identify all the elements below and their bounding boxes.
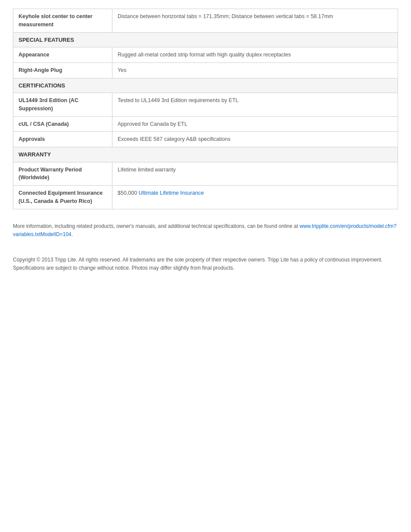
table-row: Product Warranty Period (Worldwide)Lifet… — [13, 162, 398, 186]
table-row: Keyhole slot center to center measuremen… — [13, 9, 398, 33]
section-header-row: SPECIAL FEATURES — [13, 32, 398, 47]
row-label: Connected Equipment Insurance (U.S., Can… — [13, 186, 112, 209]
section-header-row: WARRANTY — [13, 147, 398, 162]
footer-info: More information, including related prod… — [13, 222, 398, 239]
row-value: Exceeds IEEE 587 category A&B specificat… — [112, 132, 398, 147]
row-label: cUL / CSA (Canada) — [13, 116, 112, 132]
section-header: SPECIAL FEATURES — [13, 32, 398, 47]
row-value: Distance between horizontal tabs = 171.3… — [112, 9, 398, 33]
row-label: Approvals — [13, 132, 112, 147]
copyright-text: Copyright © 2013 Tripp Lite. All rights … — [13, 256, 398, 272]
row-label: Right-Angle Plug — [13, 62, 112, 78]
row-value: $50,000 Ultimate Lifetime Insurance — [112, 186, 398, 209]
footer-section: More information, including related prod… — [13, 222, 398, 273]
row-label: Product Warranty Period (Worldwide) — [13, 162, 112, 186]
row-value: Rugged all-metal corded strip format wit… — [112, 47, 398, 63]
table-row: AppearanceRugged all-metal corded strip … — [13, 47, 398, 63]
row-value: Yes — [112, 62, 398, 78]
row-label: Appearance — [13, 47, 112, 63]
product-link[interactable]: www.tripplite.com/en/products/model.cfm?… — [13, 223, 396, 237]
row-value: Approved for Canada by ETL — [112, 116, 398, 132]
table-row: Right-Angle PlugYes — [13, 62, 398, 78]
row-label: UL1449 3rd Edition (AC Suppression) — [13, 93, 112, 117]
table-row: ApprovalsExceeds IEEE 587 category A&B s… — [13, 132, 398, 147]
table-row: UL1449 3rd Edition (AC Suppression)Teste… — [13, 93, 398, 117]
insurance-link[interactable]: Ultimate Lifetime Insurance — [139, 190, 204, 196]
spec-table: Keyhole slot center to center measuremen… — [13, 9, 398, 209]
row-label: Keyhole slot center to center measuremen… — [13, 9, 112, 33]
table-row: cUL / CSA (Canada)Approved for Canada by… — [13, 116, 398, 132]
section-header: CERTIFICATIONS — [13, 78, 398, 93]
table-row: Connected Equipment Insurance (U.S., Can… — [13, 186, 398, 209]
row-value: Lifetime limited warranty — [112, 162, 398, 186]
section-header: WARRANTY — [13, 147, 398, 162]
row-value: Tested to UL1449 3rd Edition requirement… — [112, 93, 398, 117]
section-header-row: CERTIFICATIONS — [13, 78, 398, 93]
